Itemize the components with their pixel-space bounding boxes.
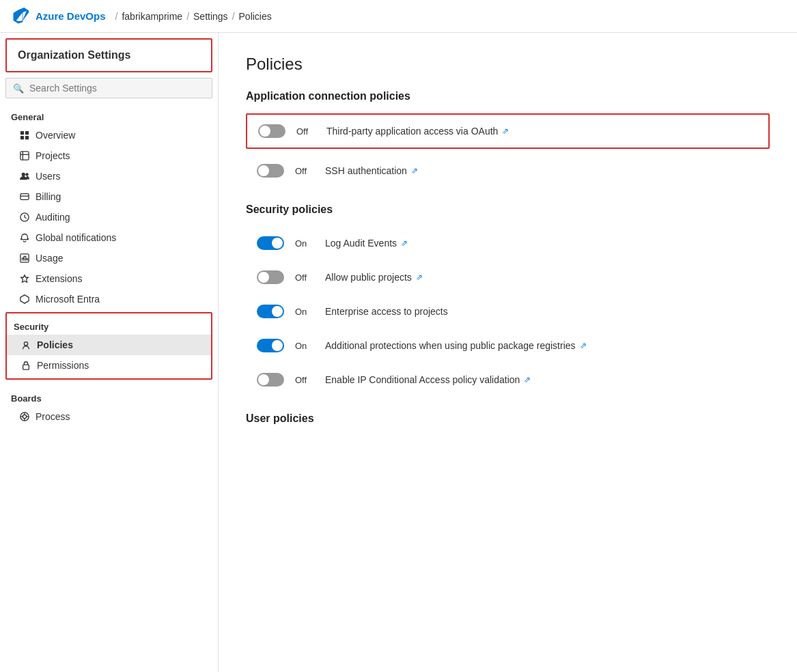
log-audit-link-icon[interactable]: ⇗ <box>401 238 408 248</box>
sep3: / <box>232 11 235 22</box>
security-policies-section-title: Security policies <box>246 204 770 216</box>
sep1: / <box>115 11 118 22</box>
log-audit-policy-row: On Log Audit Events ⇗ <box>246 227 770 260</box>
ip-conditional-toggle-knob <box>258 374 269 385</box>
overview-label: Overview <box>36 130 75 141</box>
svg-rect-12 <box>20 254 29 262</box>
search-icon: 🔍 <box>13 83 24 94</box>
enterprise-access-toggle[interactable] <box>257 305 284 318</box>
azure-devops-logo-icon <box>11 7 30 26</box>
enterprise-access-policy-row: On Enterprise access to projects <box>246 295 770 328</box>
general-section-label: General <box>0 107 218 125</box>
extensions-icon <box>19 273 30 284</box>
sidebar-item-billing[interactable]: Billing <box>0 186 218 207</box>
ssh-toggle[interactable] <box>257 164 284 178</box>
ssh-toggle-state: Off <box>295 166 314 176</box>
enterprise-access-toggle-state: On <box>295 307 314 317</box>
public-projects-toggle[interactable] <box>257 270 284 284</box>
log-audit-toggle[interactable] <box>257 236 284 250</box>
policies-label: Policies <box>37 339 73 350</box>
page-title: Policies <box>246 55 770 74</box>
projects-label: Projects <box>36 150 70 161</box>
sidebar-item-overview[interactable]: Overview <box>0 125 218 145</box>
log-audit-toggle-state: On <box>295 238 314 249</box>
enterprise-access-policy-label: Enterprise access to projects <box>325 306 448 317</box>
oauth-toggle[interactable] <box>258 124 285 138</box>
oauth-link-icon[interactable]: ⇗ <box>502 126 509 136</box>
usage-label: Usage <box>36 253 63 264</box>
sidebar-item-process[interactable]: Process <box>0 406 218 427</box>
app-connection-section-title: Application connection policies <box>246 90 770 102</box>
extensions-label: Extensions <box>36 273 82 284</box>
package-registries-policy-row: On Additional protections when using pub… <box>246 329 770 362</box>
usage-icon <box>19 253 30 264</box>
svg-point-7 <box>22 173 25 176</box>
public-projects-link-icon[interactable]: ⇗ <box>416 272 423 282</box>
svg-rect-9 <box>20 194 29 200</box>
package-registries-toggle[interactable] <box>257 339 284 352</box>
package-registries-link-icon[interactable]: ⇗ <box>580 341 587 350</box>
oauth-policy-label: Third-party application access via OAuth… <box>326 126 509 137</box>
log-audit-toggle-knob <box>272 238 283 249</box>
ip-conditional-toggle[interactable] <box>257 373 284 387</box>
enterprise-access-toggle-knob <box>272 306 283 317</box>
search-settings-container[interactable]: 🔍 <box>5 78 212 98</box>
process-icon <box>19 411 30 422</box>
svg-point-17 <box>23 415 26 418</box>
ssh-policy-label: SSH authentication ⇗ <box>325 165 418 176</box>
public-projects-policy-label: Allow public projects ⇗ <box>325 272 423 283</box>
svg-rect-2 <box>20 136 24 139</box>
ip-conditional-toggle-state: Off <box>295 375 314 385</box>
topnav: Azure DevOps / fabrikamprime / Settings … <box>0 0 797 33</box>
sidebar-item-users[interactable]: Users <box>0 166 218 186</box>
svg-rect-15 <box>23 365 29 369</box>
org-name[interactable]: fabrikamprime <box>122 11 182 22</box>
process-label: Process <box>36 411 70 422</box>
sidebar: Organization Settings 🔍 General Overview… <box>0 33 219 672</box>
policy-icon <box>20 339 31 350</box>
ip-conditional-policy-row: Off Enable IP Conditional Access policy … <box>246 363 770 396</box>
sidebar-item-policies[interactable]: Policies <box>7 335 211 355</box>
svg-rect-1 <box>25 131 29 135</box>
public-projects-toggle-knob <box>258 272 269 283</box>
permissions-label: Permissions <box>37 360 89 371</box>
users-label: Users <box>36 171 61 182</box>
ssh-toggle-knob <box>258 165 269 176</box>
entra-icon <box>19 294 30 305</box>
search-input[interactable] <box>29 83 205 94</box>
boards-section-label: Boards <box>0 388 218 406</box>
svg-rect-0 <box>20 131 24 135</box>
sidebar-item-extensions[interactable]: Extensions <box>0 268 218 289</box>
projects-icon <box>19 150 30 161</box>
sidebar-item-global-notifications[interactable]: Global notifications <box>0 227 218 248</box>
settings-link[interactable]: Settings <box>193 11 228 22</box>
package-registries-policy-label: Additional protections when using public… <box>325 340 587 351</box>
sidebar-item-projects[interactable]: Projects <box>0 145 218 166</box>
main-layout: Organization Settings 🔍 General Overview… <box>0 33 797 672</box>
ssh-link-icon[interactable]: ⇗ <box>411 166 418 176</box>
sidebar-item-microsoft-entra[interactable]: Microsoft Entra <box>0 289 218 309</box>
svg-marker-13 <box>20 295 29 303</box>
microsoft-entra-label: Microsoft Entra <box>36 294 100 305</box>
oauth-toggle-state: Off <box>296 126 316 137</box>
sidebar-item-permissions[interactable]: Permissions <box>7 355 211 376</box>
sep2: / <box>186 11 189 22</box>
public-projects-policy-row: Off Allow public projects ⇗ <box>246 261 770 294</box>
security-section-label: Security <box>7 316 211 335</box>
sidebar-item-auditing[interactable]: Auditing <box>0 207 218 227</box>
global-notifications-label: Global notifications <box>36 232 116 243</box>
auditing-icon <box>19 212 30 223</box>
svg-point-8 <box>25 173 28 176</box>
ssh-policy-row: Off SSH authentication ⇗ <box>246 154 770 187</box>
security-section: Security Policies Permissions <box>5 312 212 380</box>
brand-name[interactable]: Azure DevOps <box>36 10 106 22</box>
ip-conditional-link-icon[interactable]: ⇗ <box>524 375 531 384</box>
package-registries-toggle-state: On <box>295 341 314 351</box>
users-icon <box>19 171 30 182</box>
log-audit-policy-label: Log Audit Events ⇗ <box>325 238 408 249</box>
billing-label: Billing <box>36 191 61 202</box>
sidebar-item-usage[interactable]: Usage <box>0 248 218 268</box>
main-content: Policies Application connection policies… <box>219 33 797 672</box>
auditing-label: Auditing <box>36 212 70 223</box>
overview-icon <box>19 130 30 141</box>
